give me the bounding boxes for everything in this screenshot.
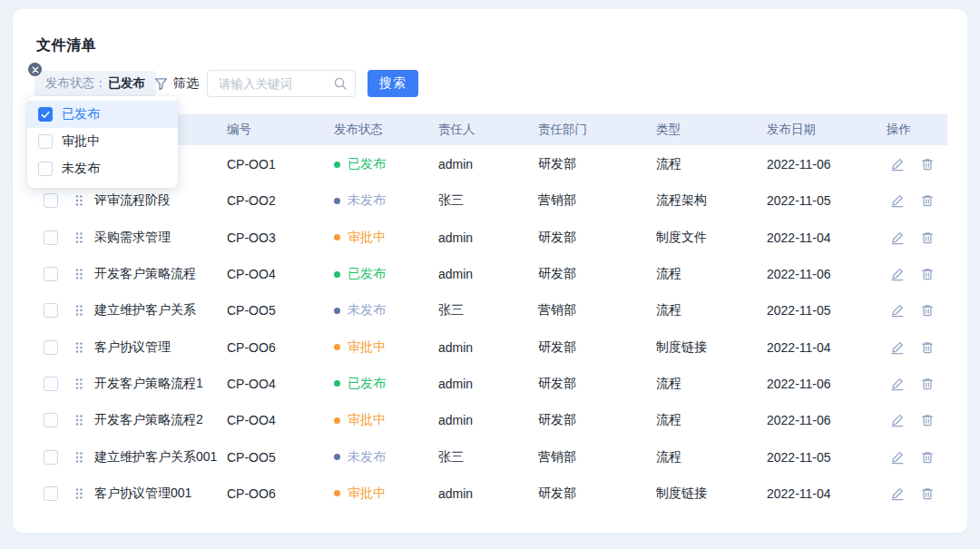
- name-cell: 建立维护客户关系: [36, 302, 227, 319]
- search-button[interactable]: 搜索: [368, 70, 418, 97]
- drag-handle[interactable]: [74, 451, 83, 464]
- row-dept: 营销部: [538, 449, 656, 466]
- row-type: 制度文件: [656, 230, 767, 246]
- row-date: 2022-11-05: [767, 193, 887, 208]
- row-checkbox[interactable]: [44, 450, 58, 465]
- drag-handle[interactable]: [74, 341, 83, 354]
- status-text: 审批中: [348, 230, 386, 246]
- drag-handle-icon: [74, 487, 83, 500]
- checkbox-unchecked[interactable]: [38, 162, 53, 176]
- name-cell: 开发客户策略流程2: [36, 412, 227, 428]
- dropdown-option-unpublished[interactable]: 未发布: [27, 155, 178, 182]
- drag-handle[interactable]: [74, 414, 83, 426]
- delete-button[interactable]: [920, 413, 935, 427]
- row-checkbox[interactable]: [44, 267, 58, 281]
- name-cell: 开发客户策略流程: [36, 266, 227, 282]
- row-code: CP-OO4: [227, 377, 334, 391]
- edit-pencil-icon: [890, 193, 905, 208]
- trash-icon: [920, 267, 935, 281]
- delete-button[interactable]: [920, 450, 935, 465]
- edit-pencil-icon: [890, 340, 905, 355]
- drag-handle[interactable]: [74, 487, 83, 500]
- delete-button[interactable]: [920, 267, 935, 281]
- row-checkbox[interactable]: [44, 230, 58, 245]
- dropdown-option-approving[interactable]: 审批中: [27, 128, 178, 155]
- edit-button[interactable]: [890, 157, 905, 172]
- table-row: 客户协议管理001 CP-OO6 审批中 admin 研发部 制度链接 2022…: [36, 475, 947, 512]
- row-checkbox[interactable]: [44, 193, 58, 208]
- drag-handle[interactable]: [74, 194, 83, 207]
- column-header: 发布日期: [767, 122, 887, 138]
- row-code: CP-OO6: [227, 486, 334, 501]
- edit-pencil-icon: [890, 413, 905, 427]
- edit-button[interactable]: [890, 267, 905, 281]
- drag-handle[interactable]: [74, 231, 83, 244]
- row-checkbox[interactable]: [44, 377, 58, 391]
- table-row: 建立维护客户关系001 CP-OO5 未发布 张三 营销部 流程 2022-11…: [36, 438, 947, 475]
- column-header: 编号: [227, 122, 334, 138]
- dropdown-option-published[interactable]: 已发布: [27, 101, 178, 128]
- edit-button[interactable]: [890, 377, 905, 391]
- row-dept: 营销部: [538, 302, 656, 319]
- row-checkbox[interactable]: [44, 413, 58, 427]
- column-header: 发布状态: [334, 122, 438, 138]
- drag-handle[interactable]: [74, 377, 83, 390]
- dropdown-option-label: 已发布: [62, 106, 100, 123]
- delete-button[interactable]: [920, 303, 935, 318]
- delete-button[interactable]: [920, 486, 935, 501]
- row-type: 制度链接: [656, 485, 767, 502]
- edit-button[interactable]: [890, 486, 905, 501]
- row-owner: admin: [438, 230, 538, 245]
- status-dot: [334, 454, 340, 460]
- row-owner: admin: [438, 413, 538, 427]
- delete-button[interactable]: [920, 377, 935, 391]
- delete-button[interactable]: [920, 230, 935, 245]
- row-actions: [887, 486, 947, 501]
- drag-handle[interactable]: [74, 304, 83, 317]
- filter-button[interactable]: 筛选: [154, 71, 199, 96]
- row-checkbox[interactable]: [44, 340, 58, 355]
- close-icon: [32, 66, 39, 74]
- row-owner: admin: [438, 486, 538, 501]
- row-checkbox[interactable]: [44, 486, 58, 501]
- delete-button[interactable]: [920, 157, 935, 172]
- row-name: 客户协议管理: [94, 339, 171, 356]
- dropdown-option-label: 审批中: [62, 133, 100, 150]
- search-input[interactable]: [217, 76, 333, 92]
- edit-button[interactable]: [890, 193, 905, 208]
- row-owner: admin: [438, 267, 538, 281]
- checkmark-icon: [41, 111, 50, 119]
- drag-handle-icon: [74, 414, 83, 426]
- row-owner: admin: [438, 340, 538, 355]
- checkbox-checked[interactable]: [38, 107, 53, 122]
- edit-pencil-icon: [890, 267, 905, 281]
- drag-handle-icon: [74, 268, 83, 280]
- edit-button[interactable]: [890, 413, 905, 427]
- name-cell: 建立维护客户关系001: [36, 449, 227, 466]
- status-text: 审批中: [348, 485, 386, 502]
- row-dept: 营销部: [538, 192, 656, 209]
- row-name: 开发客户策略流程2: [94, 412, 203, 428]
- edit-button[interactable]: [890, 303, 905, 318]
- edit-button[interactable]: [890, 340, 905, 355]
- publish-status-filter-tag[interactable]: 发布状态： 已发布: [34, 71, 156, 96]
- row-type: 流程: [656, 302, 767, 319]
- row-date: 2022-11-04: [767, 230, 887, 245]
- drag-handle[interactable]: [74, 268, 83, 280]
- trash-icon: [920, 450, 935, 465]
- checkbox-unchecked[interactable]: [38, 134, 53, 149]
- name-cell: 评审流程阶段: [36, 192, 227, 209]
- table-body: CP-OO1 已发布 admin 研发部 流程 2022-11-06: [36, 146, 947, 512]
- status-text: 审批中: [348, 412, 386, 428]
- row-name: 客户协议管理001: [94, 485, 191, 502]
- row-checkbox[interactable]: [44, 303, 58, 318]
- delete-button[interactable]: [920, 193, 935, 208]
- status-text: 审批中: [348, 339, 386, 356]
- status-cell: 未发布: [334, 302, 438, 319]
- clear-filter-button[interactable]: [28, 63, 42, 76]
- edit-button[interactable]: [890, 450, 905, 465]
- delete-button[interactable]: [920, 340, 935, 355]
- row-type: 流程: [656, 266, 767, 282]
- row-dept: 研发部: [538, 412, 656, 428]
- edit-button[interactable]: [890, 230, 905, 245]
